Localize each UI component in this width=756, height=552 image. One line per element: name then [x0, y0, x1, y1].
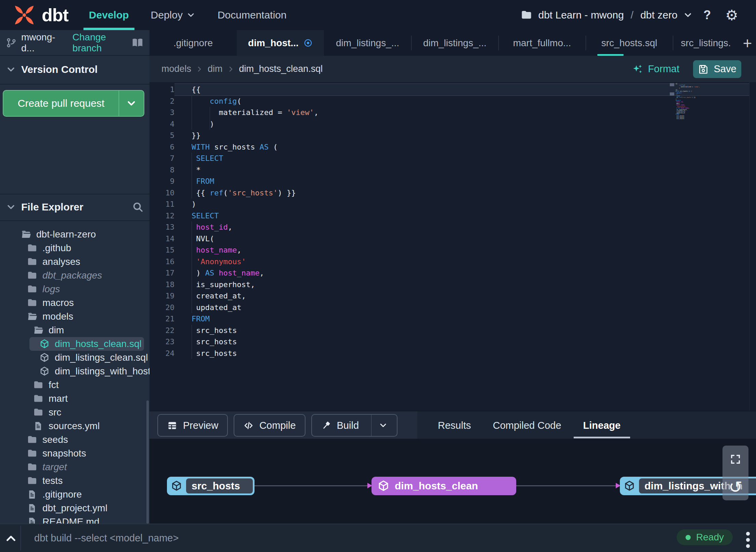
tree-item-seeds[interactable]: seeds: [0, 433, 149, 447]
code-line-17[interactable]: 17 ) AS host_name,: [149, 267, 749, 279]
tree-item-dim-listings-with-hosts[interactable]: dim_listings_with_hosts...: [0, 364, 149, 378]
code-line-3[interactable]: 3 materialized = 'view',: [149, 107, 749, 118]
code-line-19[interactable]: 19 created_at,: [149, 290, 749, 302]
line-number: 7: [149, 153, 174, 164]
file-tab-dim-host[interactable]: dim_host...: [237, 30, 324, 56]
code-line-15[interactable]: 15 host_name,: [149, 244, 749, 256]
chevron-up-icon[interactable]: [5, 532, 17, 545]
code-line-6[interactable]: 6WITH src_hosts AS (: [149, 141, 749, 153]
code-line-21[interactable]: 21FROM: [149, 313, 749, 325]
format-button[interactable]: Format: [631, 63, 679, 75]
code-line-18[interactable]: 18 is_superhost,: [149, 279, 749, 291]
compile-button[interactable]: Compile: [234, 414, 305, 437]
code-line-8[interactable]: 8 *: [149, 164, 749, 176]
nav-item-develop[interactable]: Develop: [89, 0, 129, 30]
breadcrumb-segment-models[interactable]: models: [161, 64, 191, 74]
code-line-2[interactable]: 2 config(: [149, 95, 749, 107]
code-editor[interactable]: 1{{2 config(3 materialized = 'view',4 )5…: [149, 82, 756, 411]
tree-item-label: .gitignore: [42, 489, 82, 500]
tree-item-dbt-project-yml[interactable]: dbt_project.yml: [0, 501, 149, 515]
tree-item-logs[interactable]: logs: [0, 282, 149, 296]
docs-book-icon[interactable]: [131, 36, 144, 49]
code-line-22[interactable]: 22 src_hosts: [149, 325, 749, 336]
tree-item-fct[interactable]: fct: [0, 378, 149, 392]
code-line-16[interactable]: 16 'Anonymous': [149, 256, 749, 268]
tree-item-readme-md[interactable]: README.md: [0, 515, 149, 524]
panel-tab-lineage[interactable]: Lineage: [583, 411, 621, 439]
breadcrumb-segment-dim-hosts-clean-sql[interactable]: dim_hosts_clean.sql: [239, 64, 323, 74]
code-line-20[interactable]: 20 updated_at: [149, 302, 749, 313]
tree-item-github[interactable]: .github: [0, 241, 149, 255]
code-line-content: host_name,: [174, 244, 749, 256]
create-pull-request-button[interactable]: Create pull request: [3, 90, 144, 117]
change-branch-link[interactable]: Change branch: [73, 32, 131, 54]
tree-item-dim[interactable]: dim: [0, 323, 149, 337]
reset-view-icon[interactable]: ↺: [729, 479, 742, 496]
code-line-5[interactable]: 5}}: [149, 130, 749, 141]
tree-item-mart[interactable]: mart: [0, 392, 149, 406]
file-tab-dim-listings[interactable]: dim_listings_...: [324, 30, 411, 56]
help-icon[interactable]: ?: [699, 8, 715, 22]
pr-dropdown-chevron-icon[interactable]: [119, 98, 144, 109]
tree-item-dbt-packages[interactable]: dbt_packages: [0, 269, 149, 282]
code-line-4[interactable]: 4 ): [149, 118, 749, 130]
code-line-7[interactable]: 7 SELECT: [149, 153, 749, 164]
version-control-header[interactable]: Version Control: [0, 56, 149, 83]
tree-item-tests[interactable]: tests: [0, 474, 149, 488]
fullscreen-icon[interactable]: [729, 453, 742, 465]
code-line-14[interactable]: 14 NVL(: [149, 233, 749, 245]
code-line-24[interactable]: 24 src_hosts: [149, 348, 749, 359]
code-line-10[interactable]: 10 {{ ref('src_hosts') }}: [149, 187, 749, 199]
breadcrumb-segment-dim[interactable]: dim: [208, 64, 223, 74]
nav-item-documentation[interactable]: Documentation: [218, 0, 287, 30]
new-tab-button[interactable]: +: [739, 30, 756, 56]
lineage-node-dim-hosts-clean[interactable]: dim_hosts_clean: [372, 477, 516, 495]
tree-item-gitignore[interactable]: .gitignore: [0, 488, 149, 501]
code-line-13[interactable]: 13 host_id,: [149, 221, 749, 233]
tree-item-macros[interactable]: macros: [0, 296, 149, 310]
tree-item-dim-hosts-clean-sql[interactable]: dim_hosts_clean.sql: [29, 337, 144, 351]
code-token: [214, 269, 219, 277]
sidebar-scrollbar[interactable]: [146, 400, 149, 524]
tree-item-sources-yml[interactable]: sources.yml: [0, 419, 149, 433]
tree-item-src[interactable]: src: [0, 406, 149, 419]
file-tab-src-listings[interactable]: src_listings.: [673, 30, 739, 56]
tree-item-dbt-learn-zero[interactable]: dbt-learn-zero: [0, 228, 149, 241]
file-tab-mart-fullmo[interactable]: mart_fullmo...: [498, 30, 586, 56]
code-line-11[interactable]: 11): [149, 198, 749, 210]
gear-icon[interactable]: ⚙: [721, 7, 742, 24]
file-tree: dbt-learn-zero.githubanalysesdbt_package…: [0, 228, 149, 524]
preview-button[interactable]: Preview: [157, 414, 228, 437]
lineage-node-src-hosts[interactable]: src_hosts: [167, 477, 255, 495]
project-switcher[interactable]: dbt Learn - mwong / dbt zero: [520, 9, 693, 21]
command-input[interactable]: dbt build --select <model_name>: [34, 524, 179, 552]
code-line-9[interactable]: 9 FROM: [149, 176, 749, 187]
editor-scrollbar[interactable]: [749, 82, 750, 411]
file-tab-gitignore[interactable]: .gitignore: [149, 30, 237, 56]
nav-menu: DevelopDeployDocumentation: [89, 0, 287, 30]
code-token: [192, 97, 210, 105]
file-tab-dim-listings[interactable]: dim_listings_...: [411, 30, 498, 56]
code-line-23[interactable]: 23 src_hosts: [149, 336, 749, 348]
code-area[interactable]: 1{{2 config(3 materialized = 'view',4 )5…: [149, 84, 749, 359]
tree-item-dim-listings-clean-sql[interactable]: dim_listings_clean.sql: [0, 351, 149, 364]
tree-item-snapshots[interactable]: snapshots: [0, 447, 149, 460]
tree-item-models[interactable]: models: [0, 310, 149, 323]
dbt-logo[interactable]: dbt: [10, 1, 68, 29]
search-icon[interactable]: [132, 201, 144, 213]
minimap[interactable]: {{ config( materialized = 'view', )}}WIT…: [676, 83, 717, 120]
panel-tab-results[interactable]: Results: [438, 411, 471, 439]
file-explorer-header[interactable]: File Explorer: [0, 194, 149, 220]
panel-tab-compiled-code[interactable]: Compiled Code: [493, 411, 561, 439]
build-button[interactable]: Build: [311, 414, 398, 437]
status-badge[interactable]: Ready: [677, 529, 733, 545]
build-dropdown-chevron-icon[interactable]: [378, 421, 388, 430]
save-button[interactable]: Save: [693, 60, 741, 78]
tree-item-analyses[interactable]: analyses: [0, 255, 149, 269]
kebab-menu-icon[interactable]: [745, 530, 751, 549]
tree-item-target[interactable]: target: [0, 460, 149, 474]
code-line-12[interactable]: 12SELECT: [149, 210, 749, 222]
nav-item-deploy[interactable]: Deploy: [151, 0, 196, 30]
file-tab-src-hosts-sql[interactable]: src_hosts.sql: [586, 30, 673, 56]
code-line-1[interactable]: 1{{: [149, 84, 749, 95]
